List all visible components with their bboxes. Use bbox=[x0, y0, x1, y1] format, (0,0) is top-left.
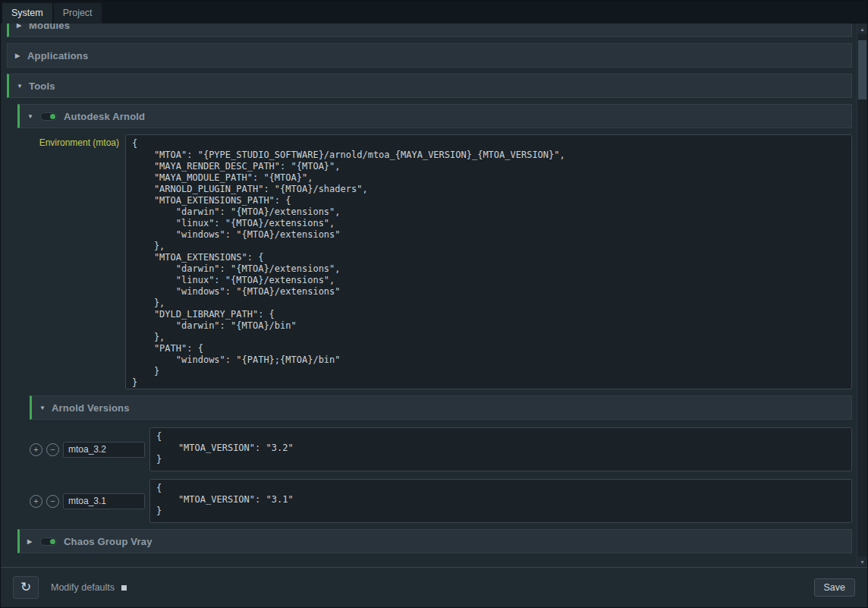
remove-version-button[interactable]: − bbox=[46, 495, 59, 508]
footer-bar: ↻ Modify defaults Save bbox=[1, 567, 867, 607]
remove-version-button[interactable]: − bbox=[46, 443, 59, 456]
tools-body: ▼ Autodesk Arnold Environment (mtoa) { "… bbox=[7, 104, 852, 553]
scrollbar-thumb[interactable] bbox=[858, 40, 866, 99]
version-row: + − { "MTOA_VERSION": "3.1" } bbox=[30, 479, 852, 523]
expand-arrow-icon: ▼ bbox=[39, 405, 52, 411]
version-row: + − { "MTOA_VERSION": "3.2" } bbox=[30, 427, 852, 471]
environment-mtoa-label: Environment (mtoa) bbox=[30, 134, 125, 148]
section-header-autodesk-arnold[interactable]: ▼ Autodesk Arnold bbox=[17, 104, 852, 128]
expand-arrow-icon: ▼ bbox=[17, 83, 29, 90]
arnold-enabled-toggle[interactable] bbox=[40, 112, 57, 121]
environment-mtoa-textarea[interactable]: { "MTOA": "{PYPE_STUDIO_SOFTWARE}/arnold… bbox=[125, 134, 852, 389]
modify-defaults-label: Modify defaults bbox=[51, 582, 115, 593]
section-header-tools[interactable]: ▼ Tools bbox=[7, 74, 852, 98]
section-header-modules[interactable]: ▶ Modules bbox=[7, 24, 852, 37]
tab-project[interactable]: Project bbox=[54, 3, 102, 24]
collapse-arrow-icon: ▶ bbox=[15, 52, 27, 59]
section-title-chaos-group-vray: Chaos Group Vray bbox=[64, 536, 153, 547]
collapse-arrow-icon: ▶ bbox=[17, 24, 29, 29]
refresh-button[interactable]: ↻ bbox=[13, 576, 39, 599]
section-title-modules: Modules bbox=[29, 24, 70, 31]
scroll-up-icon[interactable]: ▲ bbox=[857, 24, 867, 34]
section-header-arnold-versions[interactable]: ▼ Arnold Versions bbox=[30, 395, 852, 420]
collapse-arrow-icon: ▶ bbox=[27, 538, 39, 545]
section-title-autodesk-arnold: Autodesk Arnold bbox=[64, 111, 145, 122]
version-name-input[interactable] bbox=[63, 493, 145, 509]
save-button[interactable]: Save bbox=[814, 578, 856, 597]
refresh-icon: ↻ bbox=[20, 581, 31, 594]
tab-system[interactable]: System bbox=[2, 3, 52, 24]
environment-field-row: Environment (mtoa) { "MTOA": "{PYPE_STUD… bbox=[30, 134, 852, 389]
main-area: ▶ Modules ▶ Applications ▼ Tools ▼ Autod… bbox=[1, 24, 867, 567]
modify-defaults-checkbox[interactable] bbox=[121, 585, 127, 591]
vray-enabled-toggle[interactable] bbox=[40, 537, 57, 546]
settings-scroll-area: ▶ Modules ▶ Applications ▼ Tools ▼ Autod… bbox=[1, 24, 857, 567]
arnold-body: Environment (mtoa) { "MTOA": "{PYPE_STUD… bbox=[17, 134, 852, 523]
version-json-textarea[interactable]: { "MTOA_VERSION": "3.2" } bbox=[149, 427, 852, 471]
version-name-input[interactable] bbox=[63, 442, 145, 458]
section-title-tools: Tools bbox=[29, 80, 55, 92]
tab-bar: System Project bbox=[1, 1, 867, 24]
scrollbar-track[interactable] bbox=[857, 34, 867, 556]
add-version-button[interactable]: + bbox=[30, 495, 42, 508]
add-version-button[interactable]: + bbox=[30, 443, 42, 456]
scrollbar[interactable]: ▲ ▼ bbox=[857, 24, 867, 567]
expand-arrow-icon: ▼ bbox=[27, 113, 39, 120]
scroll-down-icon[interactable]: ▼ bbox=[857, 556, 867, 567]
version-json-textarea[interactable]: { "MTOA_VERSION": "3.1" } bbox=[149, 479, 852, 523]
section-title-applications: Applications bbox=[27, 50, 88, 61]
section-header-applications[interactable]: ▶ Applications bbox=[7, 43, 852, 68]
section-title-arnold-versions: Arnold Versions bbox=[52, 402, 130, 414]
section-header-chaos-group-vray[interactable]: ▶ Chaos Group Vray bbox=[17, 529, 852, 553]
settings-window: System Project ▶ Modules ▶ Applications … bbox=[0, 0, 868, 608]
